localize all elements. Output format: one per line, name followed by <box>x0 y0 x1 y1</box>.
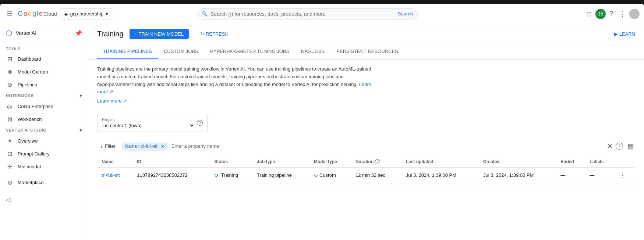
marketplace-icon: ⊛ <box>6 179 13 186</box>
vertex-studio-section-header[interactable]: VERTEX AI STUDIO ▾ <box>0 126 88 135</box>
view-toggle-button[interactable]: ▦ <box>626 141 635 152</box>
cell-job-type: Training pipeline <box>252 167 309 183</box>
model-type-cell: ⊙ Custom <box>314 172 347 178</box>
model-garden-icon: ⊗ <box>6 68 13 75</box>
logo-o2: o <box>28 10 32 18</box>
sidebar-item-model-garden[interactable]: ⊗ Model Garden <box>0 65 88 78</box>
user-avatar[interactable] <box>629 9 640 19</box>
cell-ended: — <box>556 167 585 183</box>
sidebar-header: ⬡ Vertex AI 📌 <box>0 24 88 42</box>
project-icon: ◈ <box>64 11 68 17</box>
learn-more-link[interactable]: Learn more ↗ <box>97 82 371 95</box>
logo-cloud-text: Cloud <box>43 11 57 17</box>
notebooks-label: NOTEBOOKS <box>6 93 33 98</box>
sidebar-item-dashboard[interactable]: ⊞ Dashboard <box>0 53 88 65</box>
monitor-icon-button[interactable]: ⊡ <box>584 8 594 20</box>
info-text: Training pipelines are the primary model… <box>97 65 374 96</box>
cell-labels: — <box>585 167 615 183</box>
refresh-button[interactable]: ↻ REFRESH <box>195 29 234 39</box>
sidebar-item-pipelines-label: Pipelines <box>18 82 37 87</box>
dashboard-icon: ⊞ <box>6 55 13 62</box>
main-window: ☰ Google Cloud ◈ gcp-partnership ▾ 🔍 Sea… <box>0 4 644 240</box>
tab-custom-jobs[interactable]: CUSTOM JOBS <box>158 44 204 59</box>
region-section: Region us-central1 (Iowa) ? <box>88 111 644 138</box>
cell-created: Jul 3, 2024, 1:39:00 PM <box>479 167 556 183</box>
cell-model-type: ⊙ Custom <box>309 167 351 183</box>
sidebar-item-multimodal-label: Multimodal <box>18 164 41 169</box>
learn-more-link[interactable]: Learn more ↗ <box>97 98 127 104</box>
status-cell: ⟳ Training <box>215 172 248 178</box>
page-title: Training <box>97 30 124 38</box>
google-logo: Google Cloud <box>18 10 57 18</box>
region-help-icon[interactable]: ? <box>197 120 203 126</box>
vertex-ai-icon: ⬡ <box>6 29 12 37</box>
sidebar-item-pipelines[interactable]: ⊘ Pipelines <box>0 78 88 91</box>
sidebar-item-dashboard-label: Dashboard <box>18 56 41 62</box>
search-button[interactable]: Search <box>398 11 413 17</box>
learn-button[interactable]: ▶ LEARN <box>614 31 635 37</box>
model-type-icon: ⊙ <box>314 172 318 178</box>
row-more-options-button[interactable]: ⋮ <box>619 171 626 179</box>
filter-button[interactable]: ⫶ ⫶ Filter Filter <box>97 142 118 150</box>
search-input[interactable] <box>210 11 395 17</box>
table-row: trl-full-sft 118789274323858227​2 ⟳ Trai… <box>97 167 635 183</box>
logo-e: e <box>39 10 43 18</box>
model-type-label: Custom <box>319 172 336 178</box>
sidebar-item-marketplace[interactable]: ⊛ Marketplace <box>0 176 88 189</box>
sidebar-item-model-garden-label: Model Garden <box>18 69 48 75</box>
sidebar-item-colab-label: Colab Enterprise <box>18 104 53 109</box>
pin-icon[interactable]: 📌 <box>75 30 82 37</box>
sidebar-collapse-button[interactable]: ◁ <box>0 189 88 203</box>
logo-l: l <box>37 10 38 18</box>
cell-last-updated: Jul 3, 2024, 1:39:00 PM <box>401 167 479 183</box>
notebooks-collapse-icon: ▾ <box>79 93 82 98</box>
sidebar-title: Vertex AI <box>16 30 36 36</box>
status-label: Training <box>221 172 238 178</box>
col-actions <box>615 156 635 168</box>
sidebar-item-colab[interactable]: ◎ Colab Enterprise <box>0 100 88 113</box>
sidebar-item-prompt-gallery[interactable]: ⊟ Prompt Gallery <box>0 147 88 160</box>
overview-icon: ✦ <box>6 137 13 144</box>
tab-hyperparameter-tuning[interactable]: HYPERPARAMETER TUNING JOBS <box>204 44 296 59</box>
table-header-row: Name ID Status Job type Model type Durat… <box>97 156 635 168</box>
region-selector[interactable]: Region us-central1 (Iowa) ? <box>97 114 208 132</box>
tab-nas-jobs[interactable]: NAS JOBS <box>295 44 330 59</box>
last-updated-sort-icon[interactable]: ↓ <box>435 159 437 164</box>
topbar-right: ⊡ 15 ? ⋮ <box>584 8 640 20</box>
filter-chip-close-icon[interactable]: ✕ <box>160 143 165 149</box>
multimodal-icon: ✛ <box>6 163 13 170</box>
col-created: Created <box>479 156 556 168</box>
logo-g: G <box>18 10 23 18</box>
sidebar-item-workbench[interactable]: ⊠ Workbench <box>0 113 88 126</box>
help-icon-button[interactable]: ? <box>607 8 615 20</box>
filter-bar-right: ✕ ? ▦ <box>607 141 635 152</box>
notification-count-badge[interactable]: 15 <box>595 9 606 19</box>
sidebar-item-overview[interactable]: ✦ Overview <box>0 135 88 147</box>
sidebar-item-multimodal[interactable]: ✛ Multimodal <box>0 160 88 173</box>
pipeline-name-link[interactable]: trl-full-sft <box>102 172 120 178</box>
train-new-model-button[interactable]: + TRAIN NEW MODEL <box>130 29 189 39</box>
notebooks-section-header[interactable]: NOTEBOOKS ▾ <box>0 91 88 100</box>
hamburger-button[interactable]: ☰ <box>4 8 15 20</box>
sidebar-item-workbench-label: Workbench <box>18 117 42 122</box>
filter-property-input[interactable] <box>171 143 233 149</box>
duration-help-icon[interactable]: ? <box>375 159 380 164</box>
filter-chip-name[interactable]: Name : trl-full-sft ✕ <box>121 142 169 151</box>
col-job-type: Job type <box>252 156 309 168</box>
col-status: Status <box>210 156 252 168</box>
content-area: Training + TRAIN NEW MODEL ↻ REFRESH ▶ L… <box>88 24 644 240</box>
project-selector[interactable]: ◈ gcp-partnership ▾ <box>60 8 112 19</box>
tab-persistent-resources[interactable]: PERSISTENT RESOURCES <box>330 44 404 59</box>
logo-g2: g <box>32 10 36 18</box>
tools-section-label: TOOLS <box>0 42 88 53</box>
region-select[interactable]: us-central1 (Iowa) <box>102 122 195 129</box>
filter-help-icon-button[interactable]: ? <box>616 143 623 150</box>
tab-training-pipelines[interactable]: TRAINING PIPELINES <box>97 44 158 59</box>
search-bar: 🔍 Search <box>197 8 418 19</box>
more-options-icon-button[interactable]: ⋮ <box>617 8 628 20</box>
page-header-left: Training + TRAIN NEW MODEL ↻ REFRESH <box>97 29 234 39</box>
filter-close-button[interactable]: ✕ <box>607 142 613 150</box>
main-layout: ⬡ Vertex AI 📌 TOOLS ⊞ Dashboard ⊗ Model … <box>0 24 644 240</box>
pipelines-icon: ⊘ <box>6 81 13 88</box>
tabs-bar: TRAINING PIPELINES CUSTOM JOBS HYPERPARA… <box>88 44 644 60</box>
